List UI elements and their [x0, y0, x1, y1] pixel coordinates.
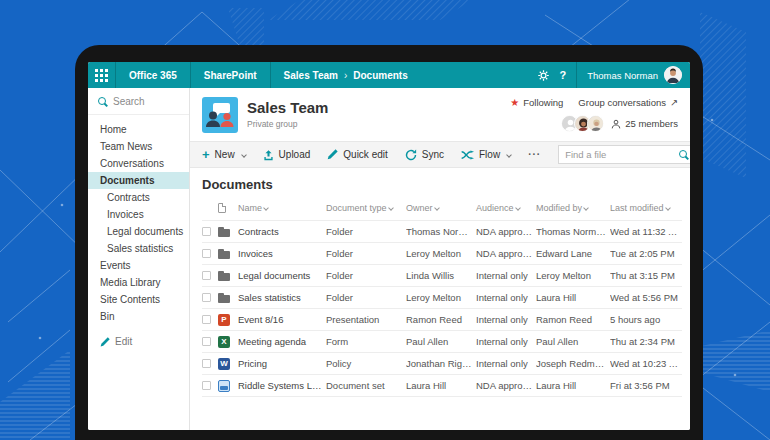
sidebar-item-contracts[interactable]: Contracts [88, 189, 189, 206]
member-avatar-3[interactable] [587, 115, 604, 132]
row-checkbox[interactable] [202, 315, 211, 324]
help-button[interactable]: ? [560, 69, 567, 81]
excel-icon [218, 336, 230, 348]
sidebar-item-sales-statistics[interactable]: Sales statistics [88, 240, 189, 257]
table-row[interactable]: Contracts Folder Thomas Norman NDA appro… [202, 220, 682, 242]
cell-document-type: Form [326, 336, 406, 347]
cell-last-modified: 5 hours ago [610, 314, 682, 325]
row-checkbox[interactable] [202, 271, 211, 280]
sidebar-item-invoices[interactable]: Invoices [88, 206, 189, 223]
user-menu[interactable]: Thomas Norman [576, 62, 682, 88]
sidebar-item-legal-documents[interactable]: Legal documents [88, 223, 189, 240]
column-header-document-type[interactable]: Document type [326, 203, 406, 213]
breadcrumb-page[interactable]: Documents [353, 70, 407, 81]
folder-icon [218, 269, 231, 282]
pencil-icon [327, 149, 338, 160]
sidebar-item-home[interactable]: Home [88, 121, 189, 138]
group-conversations-link[interactable]: Group conversations ↗ [578, 97, 678, 108]
table-row[interactable]: Invoices Folder Leroy Melton NDA approve… [202, 242, 682, 264]
cell-owner: Leroy Melton [406, 248, 476, 259]
cell-name[interactable]: Contracts [238, 226, 326, 237]
sidebar-item-bin[interactable]: Bin [88, 308, 189, 325]
folder-icon [218, 291, 231, 304]
table-row[interactable]: Event 8/16 Presentation Ramon Reed Inter… [202, 308, 682, 330]
row-checkbox[interactable] [202, 381, 211, 390]
sidebar-item-conversations[interactable]: Conversations [88, 155, 189, 172]
column-header-last-modified[interactable]: Last modified [610, 203, 682, 213]
brand-office365[interactable]: Office 365 [116, 62, 191, 88]
cell-last-modified: Tue at 2:05 PM [610, 248, 682, 259]
pencil-icon [100, 337, 110, 347]
office-suite-bar: Office 365 SharePoint Sales Team › Docum… [88, 62, 690, 88]
table-row[interactable]: Meeting agenda Form Paul Allen Internal … [202, 330, 682, 352]
flow-button[interactable]: Flow [461, 149, 511, 160]
cell-last-modified: Wed at 10:23 AM [610, 358, 682, 369]
sidebar-item-events[interactable]: Events [88, 257, 189, 274]
search-icon [679, 150, 689, 160]
table-row[interactable]: Sales statistics Folder Leroy Melton Int… [202, 286, 682, 308]
find-a-file-box[interactable] [558, 145, 690, 164]
new-button[interactable]: + New [202, 148, 246, 161]
sidebar-search-input[interactable] [113, 96, 179, 107]
settings-gear-icon[interactable] [537, 69, 550, 82]
breadcrumb-site[interactable]: Sales Team [284, 70, 338, 81]
cell-name[interactable]: Pricing [238, 358, 326, 369]
sidebar-search[interactable] [88, 88, 189, 115]
following-button[interactable]: ★ Following [510, 97, 563, 108]
cell-name[interactable]: Event 8/16 [238, 314, 326, 325]
sidebar-item-media-library[interactable]: Media Library [88, 274, 189, 291]
members-link[interactable]: 25 members [611, 118, 678, 129]
sync-button[interactable]: Sync [405, 149, 444, 161]
find-a-file-input[interactable] [565, 149, 679, 160]
documents-title: Documents [202, 177, 682, 192]
sharepoint-screen: Office 365 SharePoint Sales Team › Docum… [88, 62, 690, 430]
row-checkbox[interactable] [202, 359, 211, 368]
brand-sharepoint[interactable]: SharePoint [191, 62, 271, 88]
column-header-name[interactable]: Name [238, 203, 326, 213]
upload-button[interactable]: Upload [263, 149, 311, 161]
column-header-owner[interactable]: Owner [406, 203, 476, 213]
table-row[interactable]: Pricing Policy Jonathan Riggs Internal o… [202, 352, 682, 374]
cell-name[interactable]: Riddle Systems LLC [238, 380, 326, 391]
cell-modified-by: Joseph Redmond [536, 358, 610, 369]
row-checkbox[interactable] [202, 337, 211, 346]
powerpoint-icon [218, 314, 230, 326]
sort-caret-icon [583, 205, 589, 211]
cell-audience: NDA approved [476, 248, 536, 259]
cell-document-type: Presentation [326, 314, 406, 325]
sidebar-item-team-news[interactable]: Team News [88, 138, 189, 155]
cell-audience: Internal only [476, 336, 536, 347]
upload-icon [263, 149, 274, 161]
folder-icon [218, 247, 231, 260]
group-logo[interactable] [202, 97, 238, 133]
edit-navigation-button[interactable]: Edit [88, 333, 189, 350]
table-row[interactable]: Riddle Systems LLC Document set Laura Hi… [202, 374, 682, 396]
cell-name[interactable]: Legal documents [238, 270, 326, 281]
cell-name[interactable]: Meeting agenda [238, 336, 326, 347]
site-titles: Sales Team Private group [247, 97, 328, 129]
edit-label: Edit [115, 336, 132, 347]
flow-icon [461, 150, 474, 160]
more-commands-button[interactable]: ··· [528, 149, 541, 160]
sidebar-nav: Home Team News Conversations Documents C… [88, 115, 189, 325]
suite-bar-right: ? Thomas Norman [537, 62, 690, 88]
cell-name[interactable]: Sales statistics [238, 292, 326, 303]
table-row[interactable]: Legal documents Folder Linda Willis Inte… [202, 264, 682, 286]
column-header-audience[interactable]: Audience [476, 203, 536, 213]
star-icon: ★ [510, 98, 519, 108]
cell-document-type: Folder [326, 248, 406, 259]
cell-name[interactable]: Invoices [238, 248, 326, 259]
person-icon [611, 119, 621, 129]
site-navigation-sidebar: Home Team News Conversations Documents C… [88, 88, 190, 430]
row-checkbox[interactable] [202, 293, 211, 302]
cell-document-type: Document set [326, 380, 406, 391]
quick-edit-button[interactable]: Quick edit [327, 149, 387, 160]
row-checkbox[interactable] [202, 249, 211, 258]
sidebar-item-documents[interactable]: Documents [88, 172, 189, 189]
column-header-modified-by[interactable]: Modified by [536, 203, 610, 213]
sync-icon [405, 149, 417, 161]
app-launcher-button[interactable] [88, 62, 116, 88]
sidebar-item-site-contents[interactable]: Site Contents [88, 291, 189, 308]
row-checkbox[interactable] [202, 227, 211, 236]
cell-audience: NDA approved [476, 380, 536, 391]
